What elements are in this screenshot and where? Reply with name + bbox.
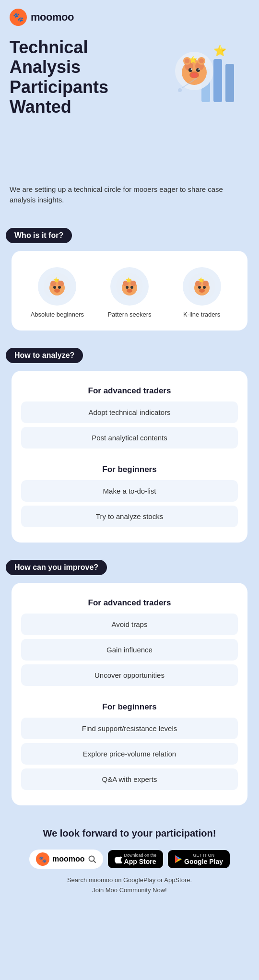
mascot-svg: ⭐ ⭐: [168, 40, 245, 112]
improve-beginners-title: For beginners: [21, 702, 238, 712]
google-play-small-text: GET IT ON: [184, 853, 223, 858]
svg-rect-3: [213, 59, 222, 102]
audience-pattern: ⭐ Pattern seekers: [97, 267, 162, 319]
audience-beginners: ⭐ Absolute beginners: [25, 267, 90, 319]
svg-point-15: [199, 69, 200, 70]
google-play-button[interactable]: GET IT ON Google Play: [168, 850, 230, 868]
pattern-mascot-svg: ⭐: [115, 272, 144, 301]
footer-logo-icon: 🐾: [36, 852, 49, 866]
svg-point-28: [58, 286, 61, 289]
analyze-item-4: Try to analyze stocks: [21, 506, 238, 527]
svg-point-43: [198, 286, 201, 289]
beginners-icon: ⭐: [38, 267, 76, 306]
improve-item-5: Explore price-volume relation: [21, 743, 238, 765]
svg-text:🐾: 🐾: [13, 12, 24, 23]
app-store-small-text: Download on the: [124, 853, 157, 858]
improve-label: How can you improve?: [6, 560, 107, 575]
improve-item-1: Avoid traps: [21, 614, 238, 635]
footer-note-line2: Join Moo Community Now!: [92, 886, 166, 894]
svg-text:⭐: ⭐: [213, 44, 227, 57]
google-play-name: Google Play: [184, 858, 223, 865]
analyze-card: For advanced traders Adopt technical ind…: [12, 371, 247, 543]
mascot-container: ⭐ ⭐: [168, 40, 245, 112]
analyze-item-3: Make a to-do-list: [21, 480, 238, 502]
svg-text:⭐: ⭐: [126, 277, 132, 283]
svg-text:⭐: ⭐: [53, 277, 59, 283]
kline-icon: ⭐: [183, 267, 221, 306]
svg-text:⭐: ⭐: [189, 56, 198, 64]
hero-section: Technical Analysis Participants Wanted ⭐: [0, 37, 259, 220]
improve-item-6: Q&A with experts: [21, 768, 238, 790]
audience-kline: ⭐ K-line traders: [169, 267, 235, 319]
improve-card: For advanced traders Avoid traps Gain in…: [12, 583, 247, 805]
who-card: ⭐ Absolute beginners ⭐: [12, 251, 247, 331]
svg-point-37: [127, 289, 132, 293]
improve-item-4: Find support/resistance levels: [21, 718, 238, 739]
svg-point-35: [126, 286, 129, 289]
footer-cta-text: We look forward to your participation!: [10, 827, 249, 840]
beginners-mascot-svg: ⭐: [43, 272, 71, 301]
analyze-section-wrapper: How to analyze? For advanced traders Ado…: [0, 340, 259, 543]
google-play-icon: [175, 855, 182, 863]
svg-point-13: [191, 73, 198, 78]
svg-rect-4: [225, 64, 234, 102]
who-label: Who is it for?: [6, 228, 72, 243]
svg-point-45: [199, 289, 205, 293]
analyze-label: How to analyze?: [6, 348, 83, 363]
svg-line-50: [94, 861, 95, 862]
improve-advanced-title: For advanced traders: [21, 598, 238, 608]
svg-point-27: [53, 286, 56, 289]
header: 🐾 moomoo: [0, 0, 259, 37]
audience-grid: ⭐ Absolute beginners ⭐: [21, 267, 238, 319]
svg-text:⭐: ⭐: [198, 277, 204, 283]
pattern-label: Pattern seekers: [107, 310, 151, 319]
app-store-button[interactable]: Download on the App Store: [108, 850, 164, 868]
who-section-wrapper: Who is it for? ⭐ Absolute beginne: [0, 220, 259, 331]
hero-title: Technical Analysis Participants Wanted: [10, 37, 153, 117]
footer-logo: 🐾 moomoo: [29, 850, 103, 869]
search-icon[interactable]: [88, 855, 96, 863]
analyze-advanced-title: For advanced traders: [21, 386, 238, 396]
logo-text: moomoo: [31, 11, 74, 24]
app-row: 🐾 moomoo Download on the App Store: [10, 850, 249, 869]
svg-point-14: [191, 69, 192, 70]
svg-point-29: [54, 289, 60, 293]
footer-logo-text: moomoo: [52, 855, 85, 863]
svg-point-36: [130, 286, 133, 289]
footer: We look forward to your participation! 🐾…: [0, 815, 259, 903]
logo-row: 🐾 moomoo: [10, 9, 249, 26]
app-store-name: App Store: [124, 858, 157, 865]
hero-subtitle: We are setting up a technical circle for…: [10, 184, 249, 206]
footer-note: Search moomoo on GooglePlay or AppStore.…: [10, 875, 249, 896]
apple-icon: [115, 855, 122, 863]
pattern-icon: ⭐: [110, 267, 149, 306]
kline-label: K-line traders: [183, 310, 220, 319]
svg-point-44: [203, 286, 206, 289]
analyze-item-1: Adopt technical indicators: [21, 401, 238, 423]
analyze-item-2: Post analytical contents: [21, 427, 238, 449]
improve-item-3: Uncover opportunities: [21, 664, 238, 686]
improve-item-2: Gain influence: [21, 639, 238, 661]
moomoo-logo-icon: 🐾: [10, 9, 27, 26]
kline-mascot-svg: ⭐: [188, 272, 216, 301]
analyze-beginners-title: For beginners: [21, 465, 238, 474]
svg-point-19: [199, 59, 204, 63]
footer-note-line1: Search moomoo on GooglePlay or AppStore.: [67, 876, 192, 884]
svg-text:🐾: 🐾: [39, 855, 47, 863]
beginners-label: Absolute beginners: [31, 310, 84, 319]
improve-section-wrapper: How can you improve? For advanced trader…: [0, 552, 259, 805]
svg-point-22: [178, 88, 182, 92]
